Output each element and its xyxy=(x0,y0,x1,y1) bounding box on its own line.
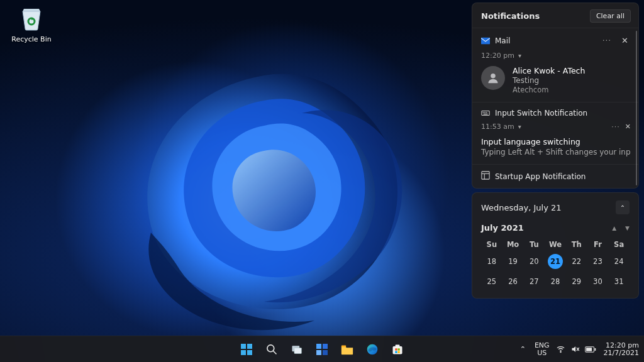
search-button[interactable] xyxy=(261,339,282,360)
tray-overflow-button[interactable]: ⌃ xyxy=(518,343,528,356)
svg-point-1 xyxy=(491,74,496,79)
calendar-day[interactable]: 27 xyxy=(526,274,541,289)
notification-close-button[interactable]: ✕ xyxy=(619,35,631,47)
start-button[interactable] xyxy=(236,339,257,360)
svg-rect-19 xyxy=(323,344,328,349)
calendar-dow: We xyxy=(545,240,566,249)
svg-rect-34 xyxy=(594,348,596,350)
notification-group-input-switch[interactable]: Input Switch Notification 11:53 am ▾ ···… xyxy=(472,102,638,164)
notification-more-button[interactable]: ··· xyxy=(600,35,614,47)
calendar-day[interactable]: 21 xyxy=(548,254,563,269)
mail-app-icon xyxy=(481,36,490,45)
calendar-collapse-button[interactable]: ⌃ xyxy=(616,200,630,214)
language-top: ENG xyxy=(535,342,550,349)
svg-rect-17 xyxy=(294,348,302,353)
notification-group-startup-app[interactable]: Startup App Notification xyxy=(472,164,638,188)
svg-rect-11 xyxy=(247,344,252,349)
calendar-day[interactable]: 29 xyxy=(569,274,584,289)
clear-all-button[interactable]: Clear all xyxy=(590,9,631,23)
svg-rect-7 xyxy=(482,172,489,179)
task-view-button[interactable] xyxy=(286,339,308,360)
calendar-day[interactable]: 19 xyxy=(506,254,521,269)
svg-rect-12 xyxy=(241,350,246,355)
svg-rect-25 xyxy=(396,344,400,346)
svg-rect-26 xyxy=(395,348,397,350)
startup-app-icon xyxy=(481,171,490,182)
calendar-day[interactable]: 18 xyxy=(484,254,499,269)
widgets-button[interactable] xyxy=(311,339,333,360)
svg-point-14 xyxy=(267,344,274,351)
svg-rect-5 xyxy=(486,112,487,112)
chevron-down-icon[interactable]: ▾ xyxy=(518,123,521,130)
calendar-day[interactable]: 25 xyxy=(484,274,499,289)
calendar-dow: Th xyxy=(566,240,587,249)
svg-rect-13 xyxy=(247,350,252,355)
notification-description: Typing Left Alt + Shift changes your inp… xyxy=(481,148,631,156)
calendar-grid: SuMoTuWeThFrSa18192021222324252627282930… xyxy=(481,240,630,289)
calendar-month-label[interactable]: July 2021 xyxy=(481,223,524,233)
mail-domain: Atechcom xyxy=(513,85,585,94)
svg-point-30 xyxy=(560,351,560,352)
notification-title: Input language switching xyxy=(481,137,631,146)
calendar-day[interactable]: 28 xyxy=(548,274,563,289)
calendar-day[interactable]: 31 xyxy=(611,274,626,289)
language-bottom: US xyxy=(535,349,550,357)
battery-icon xyxy=(585,346,596,353)
notification-close-button[interactable]: ✕ xyxy=(625,123,631,131)
svg-rect-27 xyxy=(397,348,399,350)
notification-app-name: Startup App Notification xyxy=(495,172,586,181)
file-explorer-button[interactable] xyxy=(336,339,358,360)
microsoft-store-button[interactable] xyxy=(387,339,408,360)
wifi-icon xyxy=(556,344,565,354)
svg-rect-22 xyxy=(341,345,346,347)
taskbar-time: 12:20 pm xyxy=(604,342,639,349)
mail-sender: Alice Kwok - ATech xyxy=(513,66,585,75)
notification-timestamp: 11:53 am xyxy=(481,123,514,131)
calendar-dow: Mo xyxy=(502,240,524,249)
volume-muted-icon xyxy=(570,344,580,354)
svg-rect-6 xyxy=(484,114,488,114)
taskbar-clock[interactable]: 12:20 pm 21/7/2021 xyxy=(602,342,640,357)
svg-rect-0 xyxy=(481,37,490,44)
taskbar-system-tray: ⌃ ENG US 12:20 pm 21/7/2021 xyxy=(518,342,640,357)
calendar-dow: Fr xyxy=(587,240,609,249)
calendar-dow: Sa xyxy=(608,240,630,249)
notification-group-mail[interactable]: Mail ··· ✕ 12:20 pm ▾ Alice Kwok - ATech… xyxy=(472,28,638,102)
calendar-full-date: Wednesday, July 21 xyxy=(481,203,562,212)
recycle-bin-icon xyxy=(16,3,47,33)
calendar-prev-button[interactable]: ▲ xyxy=(612,225,616,231)
notification-timestamp: 12:20 pm xyxy=(481,52,514,60)
svg-rect-29 xyxy=(397,351,399,353)
svg-rect-4 xyxy=(484,112,486,112)
calendar-panel: Wednesday, July 21 ⌃ July 2021 ▲ ▼ SuMoT… xyxy=(472,192,639,299)
calendar-day[interactable]: 24 xyxy=(611,254,626,269)
calendar-day[interactable]: 30 xyxy=(590,274,605,289)
calendar-dow: Su xyxy=(481,240,502,249)
edge-browser-button[interactable] xyxy=(362,339,383,360)
taskbar: ⌃ ENG US 12:20 pm 21/7/2021 xyxy=(0,336,644,362)
svg-rect-3 xyxy=(483,112,484,112)
language-indicator[interactable]: ENG US xyxy=(535,342,550,357)
taskbar-date: 21/7/2021 xyxy=(604,349,639,357)
notification-more-button[interactable]: ··· xyxy=(611,123,620,131)
calendar-day[interactable]: 20 xyxy=(526,254,541,269)
svg-rect-18 xyxy=(316,344,321,349)
svg-rect-21 xyxy=(323,350,328,355)
svg-line-15 xyxy=(274,351,277,354)
calendar-day[interactable]: 23 xyxy=(590,254,605,269)
calendar-next-button[interactable]: ▼ xyxy=(625,225,630,231)
calendar-day[interactable]: 22 xyxy=(569,254,584,269)
mail-subject: Testing xyxy=(513,76,585,85)
keyboard-icon xyxy=(481,109,490,118)
desktop-icon-label: Recycle Bin xyxy=(6,35,57,43)
svg-rect-28 xyxy=(395,351,397,353)
quick-settings-button[interactable] xyxy=(556,344,596,354)
calendar-day[interactable]: 26 xyxy=(506,274,521,289)
notifications-panel: Notifications Clear all Mail ··· ✕ 12:20… xyxy=(472,3,639,189)
chevron-down-icon[interactable]: ▾ xyxy=(518,52,521,59)
desktop-icon-recycle-bin[interactable]: Recycle Bin xyxy=(6,3,57,43)
notification-app-name: Input Switch Notification xyxy=(495,109,587,118)
svg-rect-10 xyxy=(241,344,246,349)
notifications-title: Notifications xyxy=(481,11,540,21)
calendar-dow: Tu xyxy=(523,240,545,249)
